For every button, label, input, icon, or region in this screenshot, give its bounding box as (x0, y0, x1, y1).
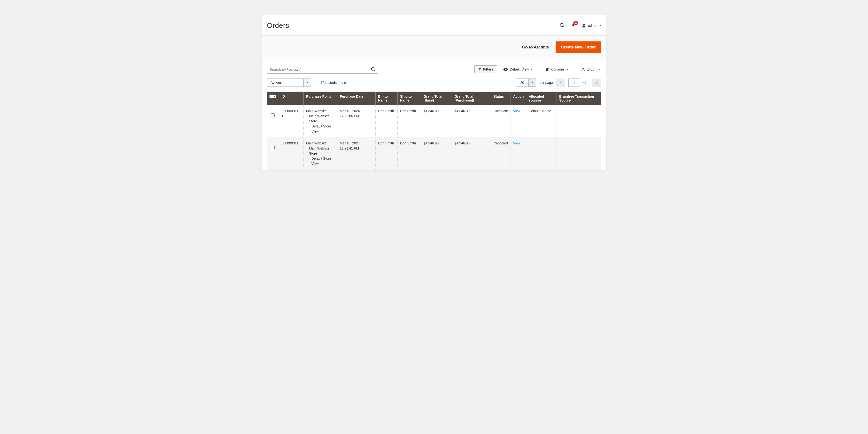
col-purchase-point[interactable]: Purchase Point (304, 92, 337, 105)
export-button[interactable]: Export (580, 66, 601, 73)
bulk-actions-toggle[interactable] (304, 79, 311, 87)
columns-label: Columns (551, 67, 564, 71)
view-link[interactable]: View (513, 141, 521, 145)
export-icon (581, 67, 585, 71)
divider (538, 66, 539, 73)
svg-point-3 (372, 67, 374, 70)
per-page-toggle[interactable] (528, 79, 536, 87)
cell-bill-to: Don Smith (376, 137, 398, 170)
cell-ship-to: Don Smith (397, 137, 421, 170)
cell-allocated-sources (526, 137, 557, 170)
notifications-button[interactable]: 39 (571, 23, 576, 28)
gear-icon (545, 67, 550, 71)
col-gt-base[interactable]: Grand Total (Base) (421, 92, 452, 105)
create-new-order-button[interactable]: Create New Order (556, 41, 601, 53)
columns-button[interactable]: Columns (544, 66, 569, 73)
search-input[interactable] (270, 67, 371, 71)
page-number-input[interactable] (568, 79, 580, 87)
col-purchase-date[interactable]: Purchase Date↑ (337, 92, 375, 105)
col-status[interactable]: Status (491, 92, 510, 105)
notification-badge: 39 (573, 21, 578, 25)
records-found-label: 12 records found (321, 81, 346, 85)
table-row[interactable]: 000000011-1Main WebsiteMain Website Stor… (267, 105, 601, 137)
cell-purchase-point: Main WebsiteMain Website StoreDefault St… (304, 105, 337, 137)
funnel-icon (478, 67, 482, 71)
default-view-button[interactable]: Default View (502, 66, 533, 73)
svg-point-2 (583, 24, 585, 26)
cell-purchase-point: Main WebsiteMain Website StoreDefault St… (304, 137, 337, 170)
cell-gt-purchased: $1,346.80 (452, 137, 491, 170)
chevron-right-icon (595, 81, 598, 84)
search-icon[interactable] (371, 67, 376, 72)
search-box[interactable] (267, 65, 378, 74)
go-to-archive-link[interactable]: Go to Archive (522, 45, 549, 50)
table-row[interactable]: 000000011Main WebsiteMain Website StoreD… (267, 137, 601, 170)
per-page-value: 20 (516, 79, 528, 87)
svg-point-0 (560, 24, 563, 27)
chevron-left-icon (559, 81, 562, 84)
per-page-label: per page (539, 81, 553, 85)
user-name-label: admin (588, 24, 597, 27)
cell-action: View (510, 105, 526, 137)
cell-action: View (510, 137, 526, 170)
user-menu[interactable]: admin (582, 23, 601, 28)
bulk-actions-label: Actions (267, 79, 304, 87)
default-view-label: Default View (510, 67, 529, 71)
row-checkbox[interactable] (271, 113, 275, 117)
col-allocated-sources[interactable]: Allocated sources (526, 92, 557, 105)
caret-down-icon (306, 82, 308, 83)
cell-id: 000000011-1 (279, 105, 304, 137)
col-purchase-date-label: Purchase Date (340, 94, 363, 98)
select-all-dropdown[interactable]: ▾ (273, 95, 276, 98)
col-ship-to[interactable]: Ship-to Name (397, 92, 421, 105)
col-bill-to[interactable]: Bill-to Name (376, 92, 398, 105)
cell-status: Complete (491, 105, 510, 137)
cell-bill-to: Don Smith (376, 105, 398, 137)
cell-status: Canceled (491, 137, 510, 170)
eye-icon (503, 67, 508, 71)
cell-id: 000000011 (279, 137, 304, 170)
orders-table: ▾ ID Purchase Point Purchase Date↑ Bill-… (267, 92, 601, 170)
col-gt-purchased[interactable]: Grand Total (Purchased) (452, 92, 491, 105)
cell-gt-base: $1,346.80 (421, 137, 452, 170)
filters-label: Filters (483, 67, 493, 71)
cell-ship-to: Don Smith (397, 105, 421, 137)
svg-line-1 (563, 26, 564, 27)
filters-button[interactable]: Filters (474, 65, 497, 73)
cell-purchase-date: Mar 13, 2024 12:21:41 PM (337, 137, 375, 170)
page-title: Orders (267, 21, 289, 30)
next-page-button[interactable] (592, 79, 601, 87)
select-all-checkbox[interactable] (269, 94, 273, 98)
cell-purchase-date: Mar 13, 2024 12:22:06 PM (337, 105, 375, 137)
cell-braintree (557, 137, 601, 170)
col-id[interactable]: ID (279, 92, 304, 105)
prev-page-button[interactable] (556, 79, 565, 87)
col-select-all[interactable]: ▾ (267, 92, 279, 105)
caret-down-icon (598, 69, 600, 70)
caret-down-icon (530, 69, 532, 70)
user-icon (582, 23, 586, 28)
page-of-label: of 1 (583, 81, 589, 85)
row-checkbox[interactable] (271, 146, 275, 149)
caret-down-icon (531, 82, 533, 83)
caret-down-icon (599, 25, 601, 26)
cell-allocated-sources: Default Source (526, 105, 557, 137)
bulk-actions-dropdown[interactable]: Actions (267, 79, 311, 87)
col-braintree[interactable]: Braintree Transaction Source (557, 92, 601, 105)
svg-line-4 (374, 70, 375, 71)
global-search-icon[interactable] (559, 23, 565, 28)
col-action[interactable]: Action (510, 92, 526, 105)
export-label: Export (587, 67, 596, 71)
view-link[interactable]: View (513, 109, 521, 113)
cell-gt-purchased: $1,346.80 (452, 105, 491, 137)
sort-asc-icon: ↑ (372, 94, 373, 98)
cell-gt-base: $1,346.80 (421, 105, 452, 137)
per-page-selector[interactable]: 20 (516, 79, 536, 87)
caret-down-icon (566, 69, 568, 70)
cell-braintree (557, 105, 601, 137)
